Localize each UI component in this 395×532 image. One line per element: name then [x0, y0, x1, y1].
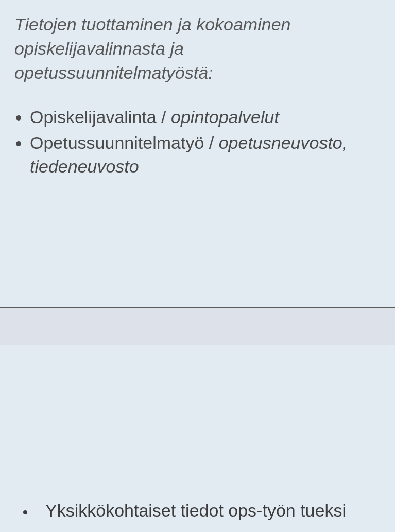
bottom-list: Yksikkökohtaiset tiedot ops-työn tueksi — [25, 499, 346, 523]
list-item-italic: opintopalvelut — [171, 107, 279, 127]
mid-band — [0, 308, 395, 345]
list-item: Yksikkökohtaiset tiedot ops-työn tueksi — [35, 499, 346, 523]
list-item-plain: Opiskelijavalinta / — [30, 107, 171, 127]
list-item-plain: Opetussuunnitelmatyö / — [30, 133, 219, 152]
top-list: Opiskelijavalinta / opintopalvelut Opetu… — [14, 106, 381, 179]
section-heading: Tietojen tuottaminen ja kokoaminen opisk… — [14, 12, 381, 85]
list-item: Opiskelijavalinta / opintopalvelut — [30, 106, 381, 129]
list-item: Opetussuunnitelmatyö / opetusneuvosto, t… — [30, 131, 381, 179]
top-section: Tietojen tuottaminen ja kokoaminen opisk… — [0, 0, 395, 307]
bottom-section: Yksikkökohtaiset tiedot ops-työn tueksi — [0, 345, 395, 532]
